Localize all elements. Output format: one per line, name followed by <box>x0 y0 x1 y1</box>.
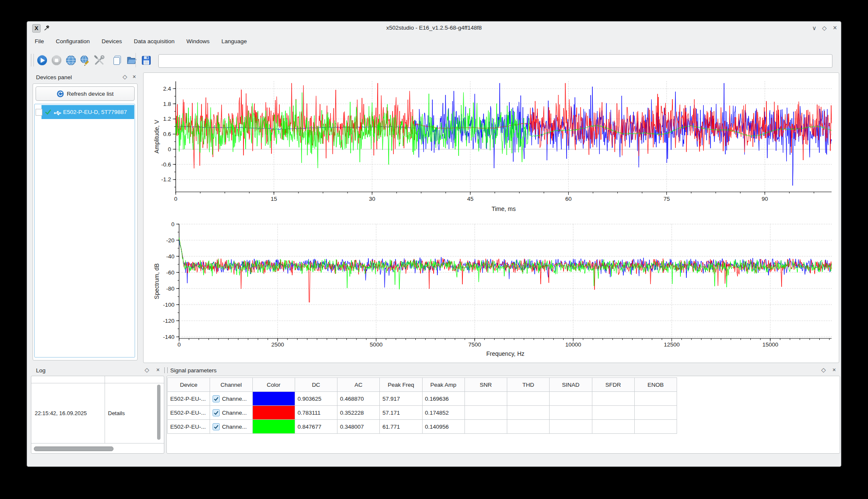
cell-snr <box>464 392 507 406</box>
signal-panel-title: Signal parameters <box>170 367 217 374</box>
log-row-divider <box>31 443 164 444</box>
cell-color[interactable] <box>252 392 295 406</box>
network-icon[interactable] <box>65 55 77 66</box>
col-color[interactable]: Color <box>252 378 295 392</box>
col-sfdr[interactable]: SFDR <box>592 378 634 392</box>
svg-text:-80: -80 <box>166 286 174 292</box>
log-details[interactable]: Details <box>108 383 155 443</box>
menu-devices[interactable]: Devices <box>100 37 123 46</box>
minimize-button[interactable]: ∨ <box>809 22 819 34</box>
svg-text:-140: -140 <box>163 334 174 340</box>
device-tree[interactable]: E502-P-EU-D, 5T779887 <box>34 104 135 358</box>
save-file-icon[interactable] <box>141 55 152 66</box>
toolbar-drag-handle[interactable] <box>31 54 34 67</box>
col-snr[interactable]: SNR <box>464 378 507 392</box>
col-enob[interactable]: ENOB <box>634 378 677 392</box>
charts-canvas[interactable]: 0153045607590-1.2-0.600.61.21.82.4Time, … <box>144 73 839 363</box>
cell-sfdr <box>592 420 634 434</box>
svg-text:-20: -20 <box>166 237 174 244</box>
close-button[interactable]: × <box>830 22 840 34</box>
copy-data-icon[interactable] <box>112 55 123 66</box>
cell-channel: Channe... <box>210 420 252 434</box>
col-peak-amp[interactable]: Peak Amp <box>422 378 464 392</box>
cell-color[interactable] <box>252 420 295 434</box>
cell-peak-freq: 57.917 <box>380 392 422 406</box>
refresh-device-list-button[interactable]: Refresh device list <box>36 86 135 101</box>
cell-sinad <box>550 406 592 420</box>
cell-device: E502-P-EU-... <box>168 406 210 420</box>
network-settings-icon[interactable] <box>79 55 91 66</box>
signal-table-row[interactable]: E502-P-EU-...Channe...0.9036250.46887057… <box>168 392 677 406</box>
cell-enob <box>634 406 677 420</box>
menu-bar: FileConfigurationDevicesData acquisition… <box>27 34 841 48</box>
devices-panel-title: Devices panel <box>36 74 72 80</box>
signal-table-card: DeviceChannelColorDCACPeak FreqPeak AmpS… <box>166 376 840 454</box>
devices-panel-close-icon[interactable]: × <box>130 72 138 81</box>
menu-configuration[interactable]: Configuration <box>55 37 91 46</box>
svg-text:-40: -40 <box>166 253 174 260</box>
col-ac[interactable]: AC <box>337 378 380 392</box>
log-panel-close-icon[interactable]: × <box>154 366 162 374</box>
svg-text:2.4: 2.4 <box>163 86 171 92</box>
tools-icon[interactable] <box>94 55 105 66</box>
signal-panel-close-icon[interactable]: × <box>830 366 838 374</box>
channel-checkbox[interactable] <box>213 409 220 416</box>
menu-windows[interactable]: Windows <box>185 37 211 46</box>
cell-channel: Channe... <box>210 406 252 420</box>
cell-peak-amp: 0.169636 <box>422 392 464 406</box>
log-horizontal-scrollbar[interactable] <box>32 446 163 451</box>
start-acquisition-icon[interactable] <box>36 55 48 66</box>
col-device[interactable]: Device <box>168 378 210 392</box>
svg-text:Amplitude, V: Amplitude, V <box>153 119 160 153</box>
svg-text:1.2: 1.2 <box>163 116 171 122</box>
signal-panel-float-icon[interactable]: ◇ <box>820 366 827 374</box>
log-panel: Log ◇ × 22:15:42, 16.09.2025Details <box>27 363 165 456</box>
svg-text:7500: 7500 <box>468 341 481 348</box>
title-bar[interactable]: X x502studio - E16_v1.2.5-68-g4ff148f8 ∨… <box>27 22 841 34</box>
cell-thd <box>507 420 550 434</box>
signal-table-row[interactable]: E502-P-EU-...Channe...0.7831110.35222857… <box>168 406 677 420</box>
svg-text:0: 0 <box>177 341 181 348</box>
device-tree-row[interactable]: E502-P-EU-D, 5T779887 <box>35 105 135 119</box>
cell-sfdr <box>592 406 634 420</box>
cell-sinad <box>550 392 592 406</box>
cell-snr <box>464 420 507 434</box>
tree-expander[interactable] <box>36 109 42 116</box>
log-time: 22:15:42, 16.09.2025 <box>35 383 102 443</box>
channel-checkbox[interactable] <box>213 423 220 430</box>
devices-panel-body: Refresh device list <box>33 83 138 360</box>
devices-panel-float-icon[interactable]: ◇ <box>121 72 129 81</box>
log-vertical-scrollbar[interactable] <box>157 384 161 442</box>
menu-file[interactable]: File <box>33 37 45 46</box>
device-label: E502-P-EU-D, 5T779887 <box>63 105 127 119</box>
svg-text:15000: 15000 <box>762 341 778 348</box>
panel-splitter-handle[interactable] <box>164 367 168 373</box>
maximize-button[interactable]: ◇ <box>819 22 829 34</box>
device-check-icon <box>45 109 51 117</box>
col-channel[interactable]: Channel <box>210 378 252 392</box>
stop-acquisition-icon[interactable] <box>51 55 62 66</box>
svg-text:-1.2: -1.2 <box>161 176 171 183</box>
log-panel-float-icon[interactable]: ◇ <box>143 366 151 374</box>
col-thd[interactable]: THD <box>507 378 550 392</box>
svg-text:2500: 2500 <box>271 341 284 348</box>
svg-text:-120: -120 <box>163 318 174 324</box>
menu-data-acquisition[interactable]: Data acquisition <box>133 37 176 46</box>
svg-text:-0.6: -0.6 <box>161 161 171 168</box>
log-row[interactable]: 22:15:42, 16.09.2025Details <box>31 383 164 443</box>
toolbar-input[interactable] <box>158 54 832 68</box>
menu-language[interactable]: Language <box>220 37 248 46</box>
signal-table-row[interactable]: E502-P-EU-...Channe...0.8476770.34800761… <box>168 420 677 434</box>
col-sinad[interactable]: SINAD <box>550 378 592 392</box>
channel-checkbox[interactable] <box>213 395 220 402</box>
log-panel-title: Log <box>36 367 46 374</box>
cell-peak-amp: 0.140956 <box>422 420 464 434</box>
cell-sfdr <box>592 392 634 406</box>
cell-color[interactable] <box>252 406 295 420</box>
svg-text:10000: 10000 <box>565 341 581 348</box>
svg-text:Frequency, Hz: Frequency, Hz <box>487 350 525 357</box>
svg-text:15: 15 <box>271 196 277 202</box>
svg-text:45: 45 <box>467 196 473 202</box>
col-dc[interactable]: DC <box>295 378 337 392</box>
col-peak-freq[interactable]: Peak Freq <box>380 378 422 392</box>
